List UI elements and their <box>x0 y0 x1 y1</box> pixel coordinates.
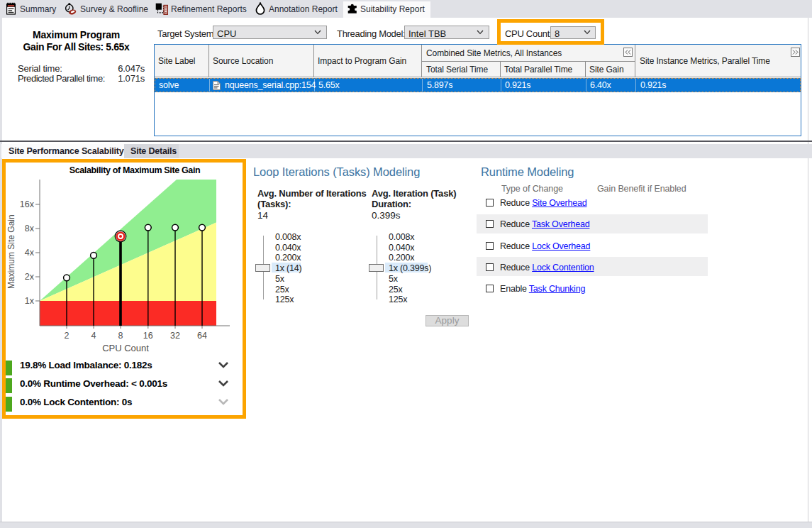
svg-text:4x: 4x <box>25 248 35 258</box>
svg-text:4: 4 <box>91 331 96 341</box>
svg-text:CPU Count: CPU Count <box>102 343 149 353</box>
svg-text:1x: 1x <box>25 296 35 306</box>
svg-text:8: 8 <box>118 331 123 341</box>
svg-text:32: 32 <box>170 331 180 341</box>
svg-text:2x: 2x <box>25 272 35 282</box>
svg-text:8x: 8x <box>25 224 35 233</box>
svg-text:64: 64 <box>197 331 207 341</box>
svg-text:16x: 16x <box>20 199 35 209</box>
svg-text:16: 16 <box>143 331 153 341</box>
svg-text:2: 2 <box>65 331 69 341</box>
